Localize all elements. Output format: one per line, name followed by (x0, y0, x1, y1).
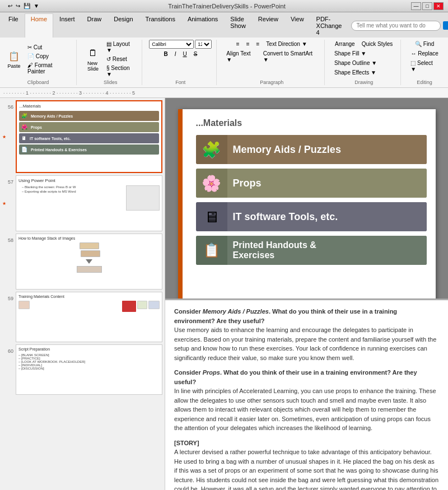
slide56-thumb-title: ...Materials (19, 104, 159, 109)
slide59-thumb-title: Training Materials Content (18, 295, 160, 298)
slide-number-58: 58 (8, 235, 13, 243)
copy-button[interactable]: 📄 Copy (25, 52, 72, 60)
tab-insert[interactable]: Insert (53, 13, 81, 38)
slide-main-title: ...Materials (196, 118, 427, 128)
align-left-button[interactable]: ≡ (234, 40, 242, 48)
slide-thumbnail-60[interactable]: Script Preparation – [BLANK SCREEN] – [P… (16, 344, 162, 395)
slide-thumbnail-56[interactable]: ...Materials 🧩 Memory Aids / Puzzles 🌺 P… (16, 100, 162, 173)
main-area: 56 ★ ...Materials 🧩 Memory Aids / Puzzle… (0, 98, 448, 490)
font-size-select[interactable]: 12 (195, 40, 212, 49)
slide60-bullet5: – [DISCUSSION] (18, 367, 160, 370)
font-label: Font (149, 78, 212, 85)
newslide-icon: 🗒 (86, 46, 100, 60)
notes-p1-body: Use memory aids to enhance the learning … (174, 326, 436, 361)
notes-p3-body: A lecturer devised a rather powerful tec… (174, 449, 438, 490)
slide-star-57: ★ (2, 201, 6, 206)
printed-icon-container: 📋 (196, 236, 227, 265)
slide-thumbnail-59[interactable]: Training Materials Content (16, 292, 162, 342)
replace-button[interactable]: ↔ Replace (408, 49, 441, 58)
slide-left-accent-bar (178, 109, 183, 298)
strikethrough-button[interactable]: S (191, 50, 200, 58)
align-text-button[interactable]: Align Text ▼ (223, 49, 259, 64)
slide-panel: 56 ★ ...Materials 🧩 Memory Aids / Puzzle… (0, 98, 165, 490)
notes-para-2: Consider Props. What do you think of the… (174, 368, 439, 433)
tab-animations[interactable]: Animations (181, 13, 224, 38)
share-button[interactable]: Share (443, 21, 448, 30)
text-direction-button[interactable]: Text Direction ▼ (263, 40, 310, 48)
shapeeffects-button[interactable]: Shape Effects ▼ (332, 68, 379, 77)
shapefill-button[interactable]: Shape Fill ▼ (332, 49, 369, 58)
cut-button[interactable]: ✂ Cut (25, 43, 72, 52)
arrange-button[interactable]: Arrange (332, 40, 358, 48)
save-button[interactable]: 💾 (22, 2, 31, 10)
tab-draw[interactable]: Draw (81, 13, 108, 38)
newslide-button[interactable]: 🗒 NewSlide (83, 45, 102, 73)
font-family-select[interactable]: Calibri (149, 40, 194, 49)
slide-star-56: ★ (2, 134, 6, 139)
slides-buttons: 🗒 NewSlide ▤ Layout ▼ ↺ Reset § Section … (83, 40, 137, 78)
slide-thumbnail-57[interactable]: Using Power Point – Blanking the screen:… (16, 175, 162, 231)
undo-button[interactable]: ↩ (7, 2, 13, 10)
notes-p2-body: In line with principles of Accelerated L… (174, 388, 436, 431)
align-right-button[interactable]: ≡ (254, 40, 263, 48)
slide-number-56: 56 (8, 102, 13, 110)
tab-file[interactable]: File (2, 13, 25, 38)
close-button[interactable]: ✕ (433, 2, 444, 10)
slide56-item2-label: Props (31, 125, 42, 129)
quickstyles-button[interactable]: Quick Styles (359, 40, 396, 48)
material-item-it: 🖥 IT software Tools, etc. (196, 202, 427, 231)
redo-button[interactable]: ↪ (15, 2, 21, 10)
editing-buttons: 🔍 Find ↔ Replace ⬚ Select ▼ (408, 40, 441, 78)
tab-review[interactable]: Review (252, 13, 284, 38)
material-item-printed: 📋 Printed Handouts &Exercises (196, 236, 427, 265)
find-button[interactable]: 🔍 Find (412, 40, 437, 48)
underline-button[interactable]: U (180, 50, 189, 58)
tab-design[interactable]: Design (108, 13, 139, 38)
minimize-button[interactable]: — (411, 2, 421, 10)
align-center-button[interactable]: ≡ (244, 40, 253, 48)
ribbon: File Home Insert Draw Design Transitions… (0, 12, 448, 88)
slide-thumb-58: 58 How to Manage Stack of Images (2, 234, 162, 290)
slide-number-59: 59 (8, 293, 13, 301)
tab-home[interactable]: Home (25, 13, 53, 38)
convert-smartart-button[interactable]: Convert to SmartArt ▼ (260, 49, 320, 64)
editing-label: Editing (408, 78, 441, 85)
window-title: TrainTheTrainerDeliverySkills - PowerPoi… (43, 3, 411, 10)
bold-button[interactable]: B (161, 50, 170, 58)
section-button[interactable]: § Section ▼ (104, 64, 137, 78)
search-input[interactable] (351, 21, 441, 31)
notes-p3-story-label: [STORY] (174, 440, 199, 446)
layout-button[interactable]: ▤ Layout ▼ (104, 40, 137, 54)
customize-button[interactable]: ▼ (32, 2, 40, 10)
slide56-item4-label: Printed Handouts & Exercises (31, 148, 87, 152)
tab-view[interactable]: View (284, 13, 310, 38)
tab-transitions[interactable]: Transitions (139, 13, 181, 38)
paragraph-buttons: ≡ ≡ ≡ Text Direction ▼ Align Text ▼ Conv… (223, 40, 320, 78)
notes-area[interactable]: Consider Memory Aids / Puzzles. What do … (165, 300, 448, 490)
italic-button[interactable]: I (172, 50, 179, 58)
tab-slideshow[interactable]: Slide Show (224, 13, 252, 38)
props-label: Props (227, 169, 427, 198)
slide-thumbnail-58[interactable]: How to Manage Stack of Images (16, 234, 162, 290)
window-controls: — □ ✕ (411, 2, 444, 10)
formula-bar: · · · · · · · · 1 · · · · · · · · 2 · · … (0, 88, 448, 98)
slide-number-60: 60 (8, 346, 13, 354)
tab-pdfxchange[interactable]: PDF-XChange 4 (310, 13, 348, 38)
notes-para-3: [STORY] A lecturer devised a rather powe… (174, 438, 439, 491)
slide56-item3-label: IT software Tools, etc. (30, 137, 71, 141)
clipboard-label: Clipboard (4, 78, 72, 85)
slide-thumb-57: 57 ★ Using Power Point – Blanking the sc… (2, 175, 162, 231)
shapeoutline-button[interactable]: Shape Outline ▼ (332, 59, 380, 67)
select-button[interactable]: ⬚ Select ▼ (408, 59, 441, 73)
slide58-thumb-title: How to Manage Stack of Images (18, 236, 160, 240)
paste-button[interactable]: 📋 Paste (4, 48, 24, 71)
maximize-button[interactable]: □ (422, 2, 432, 10)
slide60-thumb-title: Script Preparation (18, 347, 160, 351)
memory-label: Memory Aids / Puzzles (227, 135, 427, 164)
reset-button[interactable]: ↺ Reset (104, 55, 137, 63)
slide-thumb-59: 59 Training Materials Content (2, 292, 162, 342)
formatpainter-button[interactable]: 🖌 Format Painter (25, 61, 72, 76)
slide-content-56: ...Materials 🧩 Memory Aids / Puzzles 🌸 P… (187, 118, 427, 265)
formula-bar-content: · · · · · · · · 1 · · · · · · · · 2 · · … (3, 90, 135, 96)
canvas-scroll[interactable]: ...Materials 🧩 Memory Aids / Puzzles 🌸 P… (165, 98, 448, 298)
